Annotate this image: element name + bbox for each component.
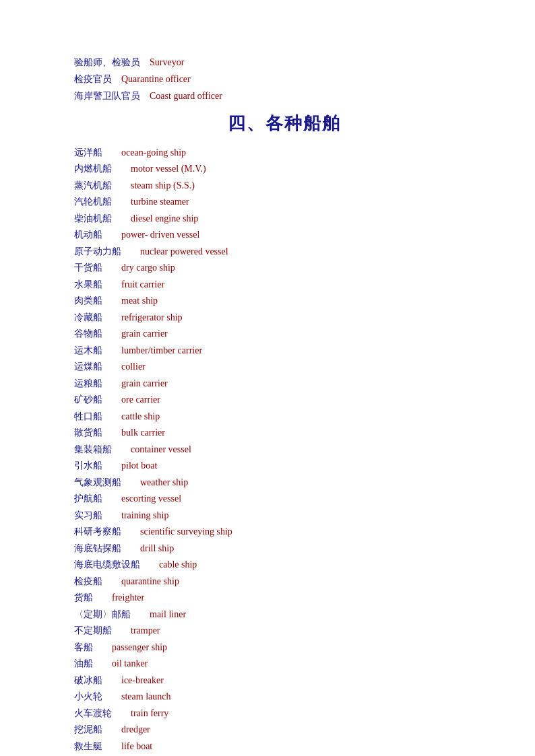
zh-term: 运木船 [74, 345, 102, 355]
vocab-item: 运粮船 grain carrier [74, 376, 495, 392]
zh-term: 干货船 [74, 263, 102, 273]
zh-term: 运粮船 [74, 378, 102, 388]
zh-term: 客船 [74, 642, 93, 652]
en-term: quarantine ship [121, 576, 179, 586]
en-term: lumber/timber carrier [121, 345, 202, 355]
en-term: grain carrier [121, 329, 168, 339]
zh-term: 机动船 [74, 230, 102, 240]
zh-surveyor-label: 验船师、检验员 [74, 57, 140, 67]
vocab-item: 不定期船 tramper [74, 623, 495, 640]
en-term: turbine steamer [131, 197, 189, 207]
zh-term: 内燃机船 [74, 164, 112, 174]
en-term: passenger ship [112, 642, 167, 652]
zh-term: 海底钻探船 [74, 543, 121, 553]
zh-term: 火车渡轮 [74, 708, 112, 718]
vocab-item: 原子动力船 nuclear powered vessel [74, 244, 495, 261]
zh-term: 矿砂船 [74, 394, 102, 405]
en-term: tramper [131, 625, 160, 635]
zh-term: 原子动力船 [74, 246, 121, 256]
en-term: life boat [121, 741, 152, 751]
en-term: ore carrier [121, 394, 160, 405]
en-term: weather ship [140, 477, 188, 487]
en-term: motor vessel (M.V.) [131, 164, 206, 174]
en-term: nuclear powered vessel [140, 246, 228, 256]
vocab-item: 客船 passenger ship [74, 640, 495, 656]
vocab-item: 小火轮 steam launch [74, 689, 495, 706]
en-term: oil tanker [112, 658, 148, 668]
vocab-item: 冷藏船 refrigerator ship [74, 310, 495, 327]
en-term: container vessel [131, 444, 191, 454]
en-term: cable ship [159, 559, 197, 570]
zh-term: 挖泥船 [74, 724, 102, 734]
zh-term: 破冰船 [74, 675, 102, 685]
en-term: freighter [112, 592, 144, 603]
zh-term: 小火轮 [74, 691, 102, 701]
en-term: steam launch [121, 691, 170, 701]
zh-term: 科研考察船 [74, 526, 121, 537]
zh-term: 牲口船 [74, 411, 102, 421]
vocab-item: 护航船 escorting vessel [74, 491, 495, 508]
vocab-item: 火车渡轮 train ferry [74, 706, 495, 722]
header-section: 验船师、检验员 Surveyor 检疫官员 Quarantine officer… [74, 54, 495, 105]
en-term: ocean-going ship [121, 147, 186, 158]
vocab-item: 气象观测船 weather ship [74, 475, 495, 491]
zh-term: 运煤船 [74, 362, 102, 372]
vocab-list: 远洋船 ocean-going ship内燃机船 motor vessel (M… [74, 145, 495, 756]
vocab-item: 破冰船 ice-breaker [74, 673, 495, 689]
zh-term: 水果船 [74, 279, 102, 289]
zh-term: 引水船 [74, 460, 102, 471]
zh-term: 冷藏船 [74, 312, 102, 322]
en-term: drill ship [140, 543, 174, 553]
zh-term: 油船 [74, 658, 93, 668]
en-term: dry cargo ship [121, 263, 175, 273]
en-term: diesel engine ship [131, 213, 198, 224]
vocab-item: 蒸汽机船 steam ship (S.S.) [74, 178, 495, 195]
en-term: pilot boat [121, 460, 157, 471]
zh-term: 远洋船 [74, 147, 102, 158]
en-term: training ship [121, 510, 168, 520]
vocab-item: 散货船 bulk carrier [74, 425, 495, 442]
vocab-item: 挖泥船 dredger [74, 722, 495, 738]
zh-term: 救生艇 [74, 741, 102, 751]
vocab-item: 油船 oil tanker [74, 656, 495, 673]
en-term: bulk carrier [121, 427, 165, 438]
vocab-item: 机动船 power- driven vessel [74, 227, 495, 244]
vocab-item: 干货船 dry cargo ship [74, 260, 495, 277]
vocab-item: 〈定期〉邮船 mail liner [74, 607, 495, 623]
vocab-item: 集装箱船 container vessel [74, 442, 495, 458]
vocab-item: 引水船 pilot boat [74, 458, 495, 475]
zh-term: 散货船 [74, 427, 102, 438]
en-term: escorting vessel [121, 493, 181, 504]
zh-term: 蒸汽机船 [74, 180, 112, 191]
zh-term: 护航船 [74, 493, 102, 504]
zh-coastguard-label: 海岸警卫队官员 [74, 91, 140, 101]
vocab-item: 救生艇 life boat [74, 738, 495, 755]
vocab-item: 运煤船 collier [74, 359, 495, 376]
en-term: train ferry [131, 708, 168, 718]
zh-quarantine-label: 检疫官员 [74, 74, 112, 84]
vocab-item: 肉类船 meat ship [74, 293, 495, 310]
vocab-item: 海底电缆敷设船 cable ship [74, 557, 495, 574]
zh-term: 气象观测船 [74, 477, 121, 487]
zh-term: 检疫船 [74, 576, 102, 586]
en-term: refrigerator ship [121, 312, 183, 322]
vocab-item: 海底钻探船 drill ship [74, 541, 495, 557]
zh-term: 集装箱船 [74, 444, 112, 454]
en-surveyor: Surveyor [150, 57, 184, 67]
vocab-item: 柴油机船 diesel engine ship [74, 211, 495, 228]
zh-term: 汽轮机船 [74, 197, 112, 207]
zh-term: 谷物船 [74, 329, 102, 339]
en-term: power- driven vessel [121, 230, 199, 240]
header-line-3: 海岸警卫队官员 Coast guard officer [74, 88, 495, 104]
en-term: ice-breaker [121, 675, 164, 685]
vocab-item: 汽轮机船 turbine steamer [74, 194, 495, 211]
en-term: steam ship (S.S.) [131, 180, 195, 191]
vocab-item: 检疫船 quarantine ship [74, 574, 495, 590]
zh-term: 肉类船 [74, 296, 102, 306]
en-term: collier [121, 362, 146, 372]
vocab-item: 牲口船 cattle ship [74, 409, 495, 425]
zh-term: 海底电缆敷设船 [74, 559, 140, 570]
en-term: dredger [121, 724, 150, 734]
zh-term: 实习船 [74, 510, 102, 520]
zh-term: 柴油机船 [74, 213, 112, 224]
